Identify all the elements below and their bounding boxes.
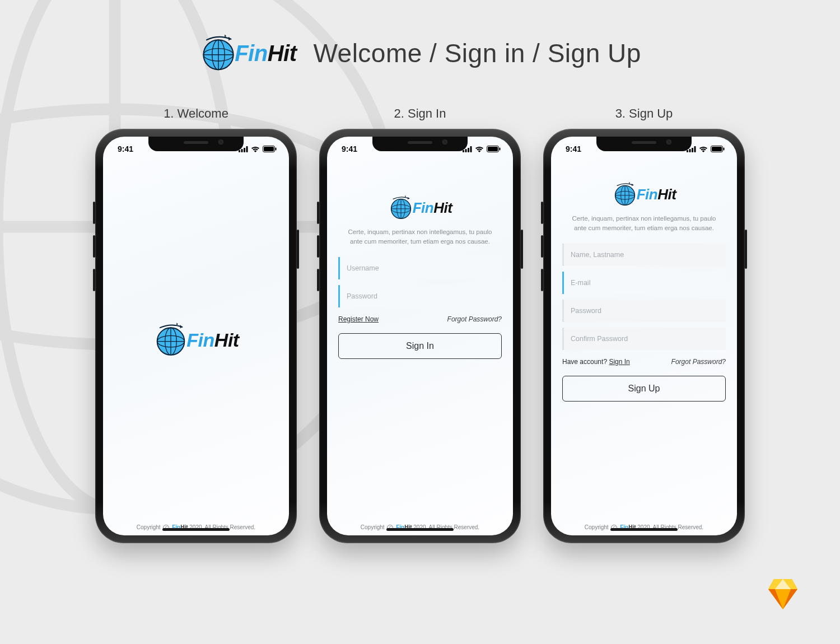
phone-notch — [372, 137, 468, 151]
status-time: 9:41 — [342, 144, 357, 153]
signup-button[interactable]: Sign Up — [562, 376, 726, 402]
svg-rect-46 — [694, 146, 696, 152]
app-logo: Fin Hit — [388, 195, 452, 221]
svg-rect-45 — [692, 148, 693, 152]
header-logo: Fin Hit — [199, 34, 296, 73]
brand-text-part1: Fin — [637, 186, 658, 203]
battery-icon — [487, 146, 501, 152]
svg-rect-30 — [468, 148, 469, 152]
screen-footer: Copyright C FinHit 2020. All Rights Rese… — [103, 519, 289, 535]
svg-rect-31 — [470, 146, 472, 152]
svg-rect-19 — [276, 148, 277, 151]
battery-icon — [263, 146, 277, 152]
phone-welcome: 9:41 — [95, 129, 297, 543]
phone-notch — [596, 137, 692, 151]
phone-signup: 9:41 — [543, 129, 745, 543]
globe-icon — [153, 322, 189, 358]
caption-welcome: 1. Welcome — [95, 106, 297, 121]
tagline-text: Certe, inquam, pertinax non intellegamus… — [562, 214, 726, 234]
svg-rect-15 — [244, 148, 245, 152]
tagline-text: Certe, inquam, pertinax non intellegamus… — [338, 227, 502, 247]
svg-rect-34 — [500, 148, 501, 151]
signin-link[interactable]: Sign In — [609, 358, 629, 366]
brand-text-part1: Fin — [235, 41, 267, 66]
globe-icon — [199, 34, 238, 73]
caption-signin: 2. Sign In — [319, 106, 521, 121]
svg-marker-62 — [768, 579, 775, 589]
status-time: 9:41 — [118, 144, 133, 153]
app-logo: Fin Hit — [612, 181, 676, 207]
email-field[interactable]: E-mail — [562, 272, 726, 294]
svg-rect-18 — [264, 147, 274, 151]
caption-signup: 3. Sign Up — [543, 106, 745, 121]
svg-rect-29 — [465, 149, 467, 152]
svg-rect-14 — [241, 149, 243, 152]
globe-icon — [612, 181, 638, 207]
brand-text-part1: Fin — [413, 199, 434, 217]
wifi-icon — [251, 146, 260, 152]
register-now-link[interactable]: Register Now — [338, 315, 379, 323]
status-time: 9:41 — [566, 144, 581, 153]
svg-rect-33 — [488, 147, 498, 151]
svg-marker-63 — [791, 579, 797, 589]
sketch-app-icon — [765, 578, 801, 610]
phone-notch — [148, 137, 244, 151]
svg-rect-48 — [712, 147, 722, 151]
signin-button[interactable]: Sign In — [338, 333, 502, 359]
battery-icon — [711, 146, 725, 152]
home-indicator[interactable] — [386, 528, 454, 531]
brand-text-part2: Hit — [268, 41, 297, 66]
header: Fin Hit Welcome / Sign in / Sign Up — [0, 34, 840, 73]
page-title: Welcome / Sign in / Sign Up — [313, 38, 641, 68]
phone-signin: 9:41 — [319, 129, 521, 543]
svg-rect-16 — [246, 146, 248, 152]
forgot-password-link[interactable]: Forgot Password? — [447, 315, 502, 323]
username-field[interactable]: Username — [338, 257, 502, 279]
globe-icon — [388, 195, 414, 221]
name-field[interactable]: Name, Lastname — [562, 244, 726, 266]
home-indicator[interactable] — [610, 528, 678, 531]
brand-text-part2: Hit — [433, 199, 452, 217]
wifi-icon — [699, 146, 708, 152]
password-field[interactable]: Password — [562, 300, 726, 322]
password-field[interactable]: Password — [338, 285, 502, 307]
screen-footer: Copyright C FinHit 2020. All Rights Rese… — [551, 519, 737, 535]
home-indicator[interactable] — [162, 528, 230, 531]
svg-rect-49 — [724, 148, 725, 151]
svg-rect-44 — [689, 149, 691, 152]
forgot-password-link[interactable]: Forgot Password? — [671, 358, 726, 366]
app-logo: Fin Hit — [153, 322, 239, 358]
brand-text-part2: Hit — [214, 329, 239, 351]
wifi-icon — [475, 146, 484, 152]
brand-text-part1: Fin — [186, 329, 214, 351]
have-account-text: Have account? Sign In — [562, 358, 630, 366]
screen-footer: Copyright C FinHit 2020. All Rights Rese… — [327, 519, 513, 535]
brand-text-part2: Hit — [657, 186, 676, 203]
confirm-password-field[interactable]: Confirm Password — [562, 328, 726, 350]
